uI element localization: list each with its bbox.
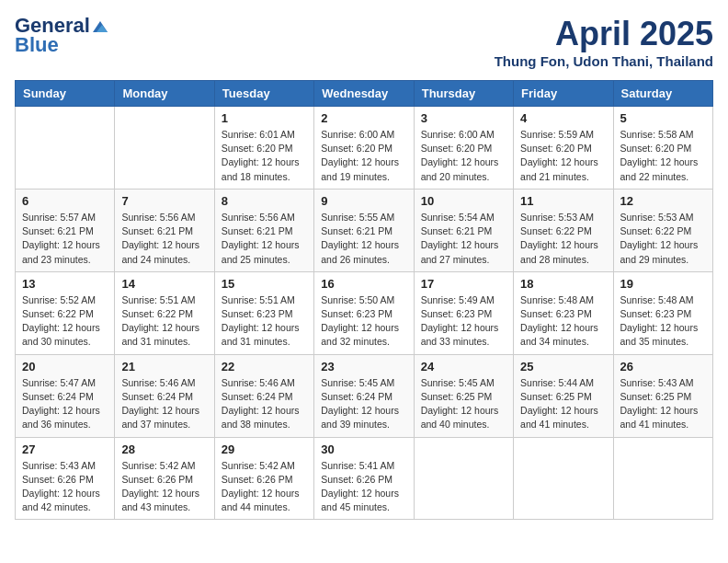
calendar-table: SundayMondayTuesdayWednesdayThursdayFrid…	[15, 80, 713, 520]
weekday-saturday: Saturday	[613, 81, 712, 107]
day-cell: 25Sunrise: 5:44 AMSunset: 6:25 PMDayligh…	[514, 354, 613, 437]
day-cell: 10Sunrise: 5:54 AMSunset: 6:21 PMDayligh…	[414, 189, 513, 271]
day-info: Sunrise: 6:01 AMSunset: 6:20 PMDaylight:…	[222, 128, 307, 184]
weekday-header-row: SundayMondayTuesdayWednesdayThursdayFrid…	[16, 81, 713, 107]
month-title: April 2025	[495, 15, 713, 53]
day-cell: 30Sunrise: 5:41 AMSunset: 6:26 PMDayligh…	[314, 437, 414, 520]
logo: General Blue	[15, 15, 109, 57]
day-cell: 19Sunrise: 5:48 AMSunset: 6:23 PMDayligh…	[613, 271, 712, 354]
day-number: 17	[421, 277, 506, 291]
day-cell: 4Sunrise: 5:59 AMSunset: 6:20 PMDaylight…	[514, 107, 613, 190]
day-cell: 2Sunrise: 6:00 AMSunset: 6:20 PMDaylight…	[314, 107, 414, 190]
day-cell	[613, 437, 712, 520]
day-info: Sunrise: 5:52 AMSunset: 6:22 PMDaylight:…	[22, 293, 108, 350]
day-cell: 23Sunrise: 5:45 AMSunset: 6:24 PMDayligh…	[314, 354, 414, 437]
day-cell: 7Sunrise: 5:56 AMSunset: 6:21 PMDaylight…	[115, 189, 214, 271]
day-info: Sunrise: 5:50 AMSunset: 6:23 PMDaylight:…	[321, 293, 406, 350]
day-info: Sunrise: 5:45 AMSunset: 6:25 PMDaylight:…	[421, 376, 506, 432]
day-cell: 24Sunrise: 5:45 AMSunset: 6:25 PMDayligh…	[414, 354, 513, 437]
day-number: 6	[22, 194, 108, 208]
day-number: 18	[520, 277, 606, 291]
day-cell	[16, 107, 115, 190]
day-cell: 20Sunrise: 5:47 AMSunset: 6:24 PMDayligh…	[16, 354, 115, 437]
week-row-1: 1Sunrise: 6:01 AMSunset: 6:20 PMDaylight…	[16, 107, 713, 190]
day-info: Sunrise: 5:59 AMSunset: 6:20 PMDaylight:…	[520, 128, 606, 184]
day-cell: 9Sunrise: 5:55 AMSunset: 6:21 PMDaylight…	[314, 189, 414, 271]
day-number: 14	[121, 277, 207, 291]
day-info: Sunrise: 5:45 AMSunset: 6:24 PMDaylight:…	[321, 376, 406, 432]
day-number: 1	[222, 111, 307, 125]
week-row-2: 6Sunrise: 5:57 AMSunset: 6:21 PMDaylight…	[16, 189, 713, 271]
day-cell: 22Sunrise: 5:46 AMSunset: 6:24 PMDayligh…	[214, 354, 313, 437]
day-info: Sunrise: 5:56 AMSunset: 6:21 PMDaylight:…	[121, 211, 207, 267]
day-number: 26	[620, 360, 706, 373]
day-number: 16	[321, 277, 406, 291]
calendar-body: 1Sunrise: 6:01 AMSunset: 6:20 PMDaylight…	[16, 107, 713, 520]
day-info: Sunrise: 6:00 AMSunset: 6:20 PMDaylight:…	[421, 128, 506, 184]
day-cell: 8Sunrise: 5:56 AMSunset: 6:21 PMDaylight…	[214, 189, 313, 271]
title-block: April 2025 Thung Fon, Udon Thani, Thaila…	[495, 15, 713, 69]
day-info: Sunrise: 5:42 AMSunset: 6:26 PMDaylight:…	[222, 459, 307, 515]
day-cell: 27Sunrise: 5:43 AMSunset: 6:26 PMDayligh…	[16, 437, 115, 520]
day-number: 25	[520, 360, 606, 373]
day-info: Sunrise: 5:46 AMSunset: 6:24 PMDaylight:…	[222, 376, 307, 432]
day-number: 19	[620, 277, 706, 291]
weekday-thursday: Thursday	[414, 81, 513, 107]
day-info: Sunrise: 5:55 AMSunset: 6:21 PMDaylight:…	[321, 211, 406, 267]
day-info: Sunrise: 5:57 AMSunset: 6:21 PMDaylight:…	[22, 211, 108, 267]
day-cell	[514, 437, 613, 520]
day-cell: 6Sunrise: 5:57 AMSunset: 6:21 PMDaylight…	[16, 189, 115, 271]
day-number: 2	[321, 111, 406, 125]
day-number: 7	[121, 194, 207, 208]
day-info: Sunrise: 5:43 AMSunset: 6:26 PMDaylight:…	[22, 459, 108, 515]
day-cell	[414, 437, 513, 520]
day-number: 22	[222, 360, 307, 373]
weekday-sunday: Sunday	[16, 81, 115, 107]
day-info: Sunrise: 5:49 AMSunset: 6:23 PMDaylight:…	[421, 293, 506, 350]
day-info: Sunrise: 5:56 AMSunset: 6:21 PMDaylight:…	[222, 211, 307, 267]
day-info: Sunrise: 5:41 AMSunset: 6:26 PMDaylight:…	[321, 459, 406, 515]
day-info: Sunrise: 5:48 AMSunset: 6:23 PMDaylight:…	[520, 293, 606, 350]
day-number: 20	[22, 360, 108, 373]
day-number: 9	[321, 194, 406, 208]
day-number: 12	[620, 194, 706, 208]
week-row-5: 27Sunrise: 5:43 AMSunset: 6:26 PMDayligh…	[16, 437, 713, 520]
day-number: 8	[222, 194, 307, 208]
day-cell: 21Sunrise: 5:46 AMSunset: 6:24 PMDayligh…	[115, 354, 214, 437]
day-info: Sunrise: 5:53 AMSunset: 6:22 PMDaylight:…	[620, 211, 706, 267]
day-number: 24	[421, 360, 506, 373]
day-number: 15	[222, 277, 307, 291]
day-number: 13	[22, 277, 108, 291]
day-info: Sunrise: 5:48 AMSunset: 6:23 PMDaylight:…	[620, 293, 706, 350]
day-number: 5	[620, 111, 706, 125]
day-cell: 13Sunrise: 5:52 AMSunset: 6:22 PMDayligh…	[16, 271, 115, 354]
day-cell: 16Sunrise: 5:50 AMSunset: 6:23 PMDayligh…	[314, 271, 414, 354]
page-header: General Blue April 2025 Thung Fon, Udon …	[15, 15, 713, 69]
day-number: 30	[321, 442, 406, 456]
day-info: Sunrise: 5:43 AMSunset: 6:25 PMDaylight:…	[620, 376, 706, 432]
day-cell	[115, 107, 214, 190]
day-number: 29	[222, 442, 307, 456]
day-number: 4	[520, 111, 606, 125]
location-title: Thung Fon, Udon Thani, Thailand	[495, 53, 713, 69]
day-info: Sunrise: 5:44 AMSunset: 6:25 PMDaylight:…	[520, 376, 606, 432]
day-info: Sunrise: 5:42 AMSunset: 6:26 PMDaylight:…	[121, 459, 207, 515]
day-cell: 3Sunrise: 6:00 AMSunset: 6:20 PMDaylight…	[414, 107, 513, 190]
logo-icon	[91, 17, 109, 36]
day-info: Sunrise: 5:51 AMSunset: 6:22 PMDaylight:…	[121, 293, 207, 350]
day-cell: 17Sunrise: 5:49 AMSunset: 6:23 PMDayligh…	[414, 271, 513, 354]
day-info: Sunrise: 5:53 AMSunset: 6:22 PMDaylight:…	[520, 211, 606, 267]
weekday-tuesday: Tuesday	[214, 81, 313, 107]
day-info: Sunrise: 5:47 AMSunset: 6:24 PMDaylight:…	[22, 376, 108, 432]
weekday-wednesday: Wednesday	[314, 81, 414, 107]
day-info: Sunrise: 6:00 AMSunset: 6:20 PMDaylight:…	[321, 128, 406, 184]
day-number: 21	[121, 360, 207, 373]
day-cell: 18Sunrise: 5:48 AMSunset: 6:23 PMDayligh…	[514, 271, 613, 354]
day-cell: 14Sunrise: 5:51 AMSunset: 6:22 PMDayligh…	[115, 271, 214, 354]
day-cell: 15Sunrise: 5:51 AMSunset: 6:23 PMDayligh…	[214, 271, 313, 354]
day-cell: 26Sunrise: 5:43 AMSunset: 6:25 PMDayligh…	[613, 354, 712, 437]
weekday-monday: Monday	[115, 81, 214, 107]
day-info: Sunrise: 5:46 AMSunset: 6:24 PMDaylight:…	[121, 376, 207, 432]
day-cell: 5Sunrise: 5:58 AMSunset: 6:20 PMDaylight…	[613, 107, 712, 190]
day-info: Sunrise: 5:54 AMSunset: 6:21 PMDaylight:…	[421, 211, 506, 267]
